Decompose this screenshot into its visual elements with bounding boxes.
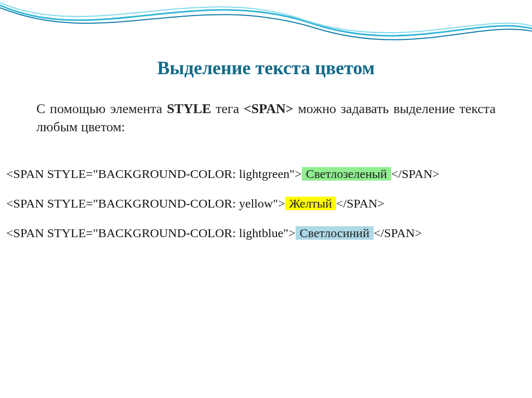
- code-prefix: <SPAN STYLE="BACKGROUND-COLOR: lightgree…: [6, 167, 302, 181]
- highlight-blue: Светлосиний: [296, 226, 374, 240]
- intro-text-2: тега: [211, 101, 244, 116]
- example-line-green: <SPAN STYLE="BACKGROUND-COLOR: lightgree…: [6, 167, 527, 181]
- page-title: Выделение текста цветом: [0, 57, 532, 79]
- highlight-green: Светлозеленый: [302, 167, 391, 181]
- code-suffix: </SPAN>: [336, 197, 384, 210]
- intro-paragraph: С помощью элемента STYLE тега <SPAN> мож…: [36, 100, 496, 136]
- example-line-yellow: <SPAN STYLE="BACKGROUND-COLOR: yellow"> …: [6, 197, 527, 211]
- code-examples: <SPAN STYLE="BACKGROUND-COLOR: lightgree…: [6, 167, 527, 240]
- code-suffix: </SPAN>: [374, 226, 422, 240]
- intro-style-word: STYLE: [167, 101, 211, 116]
- example-line-blue: <SPAN STYLE="BACKGROUND-COLOR: lightblue…: [6, 226, 527, 240]
- intro-span-word: <SPAN>: [244, 101, 294, 116]
- code-suffix: </SPAN>: [391, 167, 440, 181]
- highlight-yellow: Желтый: [285, 197, 336, 210]
- code-prefix: <SPAN STYLE="BACKGROUND-COLOR: yellow">: [6, 197, 285, 210]
- code-prefix: <SPAN STYLE="BACKGROUND-COLOR: lightblue…: [6, 226, 296, 240]
- intro-text-1: С помощью элемента: [36, 101, 167, 116]
